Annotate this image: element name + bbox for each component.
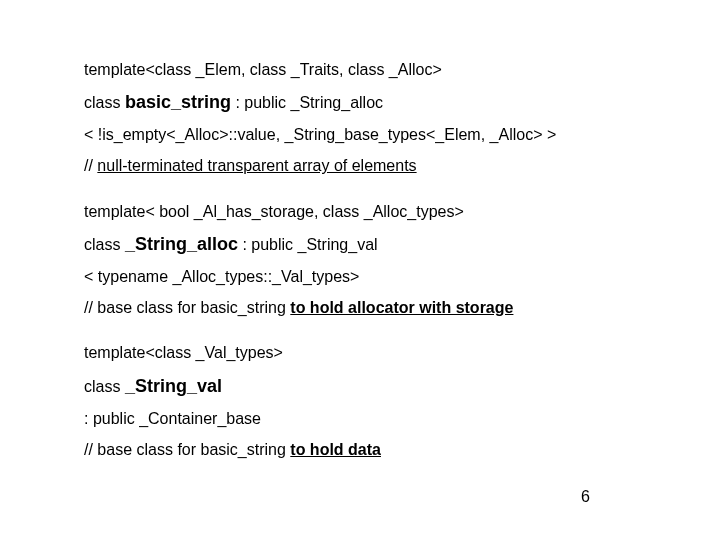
code-line: < typename _Alloc_types::_Val_types> bbox=[84, 265, 644, 288]
code-line: class _String_val bbox=[84, 373, 644, 399]
comment-underlined: null-terminated transparent array of ele… bbox=[97, 157, 416, 174]
text: template bbox=[84, 203, 145, 220]
text: < typename _Alloc_types::_Val_types> bbox=[84, 268, 359, 285]
class-name: basic_string bbox=[125, 92, 231, 112]
text: class bbox=[84, 94, 125, 111]
text: template bbox=[84, 344, 145, 361]
spacer bbox=[84, 186, 644, 200]
text: : public _Container_base bbox=[84, 410, 261, 427]
text: // bbox=[84, 157, 97, 174]
text: class bbox=[84, 236, 125, 253]
text: class bbox=[84, 378, 125, 395]
text: // base class for basic_string bbox=[84, 299, 290, 316]
class-name: _String_alloc bbox=[125, 234, 238, 254]
page-number: 6 bbox=[581, 488, 590, 506]
comment-line: // base class for basic_string to hold d… bbox=[84, 438, 644, 461]
text: <class _Val_types> bbox=[145, 344, 283, 361]
code-line: template<class _Elem, class _Traits, cla… bbox=[84, 58, 644, 81]
text: // base class for basic_string bbox=[84, 441, 290, 458]
comment-bold-underlined: to hold data bbox=[290, 441, 381, 458]
comment-bold-underlined: to hold allocator with storage bbox=[290, 299, 513, 316]
code-line: < !is_empty<_Alloc>::value, _String_base… bbox=[84, 123, 644, 146]
code-line: class basic_string : public _String_allo… bbox=[84, 89, 644, 115]
code-line: template<class _Val_types> bbox=[84, 341, 644, 364]
text: : public _String_val bbox=[238, 236, 378, 253]
comment-line: // base class for basic_string to hold a… bbox=[84, 296, 644, 319]
text: : public _String_alloc bbox=[231, 94, 383, 111]
class-name: _String_val bbox=[125, 376, 222, 396]
text: < !is_empty<_Alloc>::value, _String_base… bbox=[84, 126, 556, 143]
text: < bool _Al_has_storage, class _Alloc_typ… bbox=[145, 203, 463, 220]
code-line: class _String_alloc : public _String_val bbox=[84, 231, 644, 257]
comment-line: // null-terminated transparent array of … bbox=[84, 154, 644, 177]
code-line: : public _Container_base bbox=[84, 407, 644, 430]
spacer bbox=[84, 327, 644, 341]
text: template bbox=[84, 61, 145, 78]
text: <class _Elem, class _Traits, class _Allo… bbox=[145, 61, 441, 78]
code-line: template< bool _Al_has_storage, class _A… bbox=[84, 200, 644, 223]
slide-body: template<class _Elem, class _Traits, cla… bbox=[84, 58, 644, 469]
